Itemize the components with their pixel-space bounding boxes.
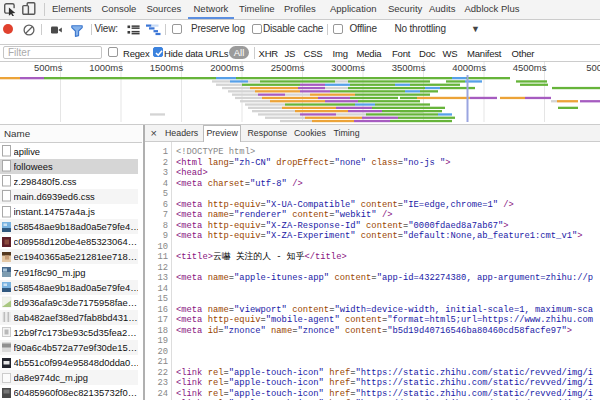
svg-text:4500ms: 4500ms xyxy=(513,62,547,73)
svg-text:4000ms: 4000ms xyxy=(452,62,486,73)
svg-text:3000ms: 3000ms xyxy=(331,62,365,73)
svg-text:1000ms: 1000ms xyxy=(89,62,123,73)
svg-text:2000ms: 2000ms xyxy=(210,62,244,73)
svg-text:5000ms: 5000ms xyxy=(586,62,600,73)
svg-text:3500ms: 3500ms xyxy=(392,62,426,73)
svg-text:1500ms: 1500ms xyxy=(150,62,184,73)
svg-text:500ms: 500ms xyxy=(34,62,63,73)
svg-text:2500ms: 2500ms xyxy=(271,62,305,73)
